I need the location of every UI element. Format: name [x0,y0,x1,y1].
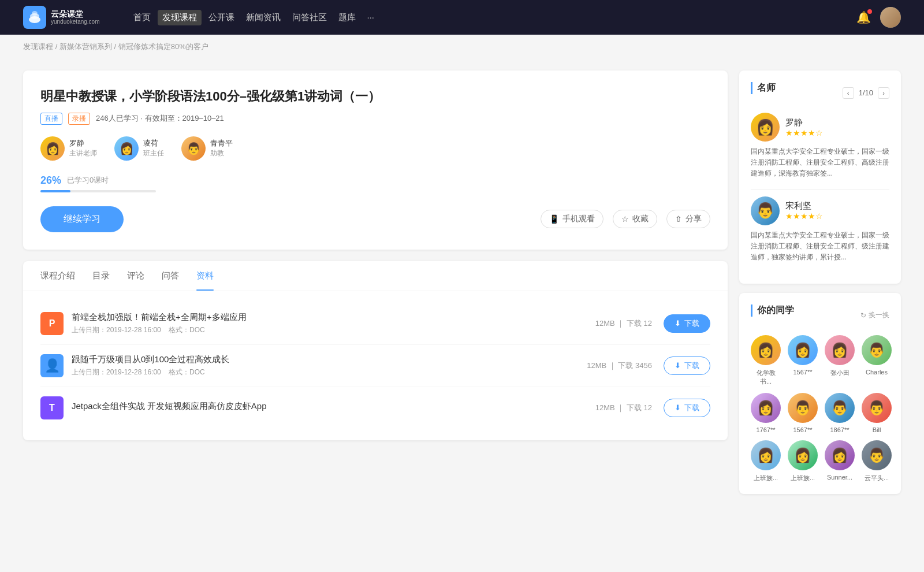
nav-more[interactable]: ··· [363,10,379,25]
nav-open[interactable]: 公开课 [204,10,239,25]
nav-home[interactable]: 首页 [129,10,155,25]
progress-pct: 26% [40,174,61,187]
breadcrumb-item-1[interactable]: 发现课程 [23,42,53,51]
file-icon-2: 👤 [40,354,64,377]
student-6: 👨 1567** [788,393,818,433]
student-1: 👩 化学教书... [751,335,781,386]
download-button-1[interactable]: ⬇ 下载 [664,314,710,333]
student-2-name: 1567** [793,369,812,376]
course-meta-text: 246人已学习 · 有效期至：2019–10–21 [96,113,224,124]
famous-teacher-1-name: 罗静 [785,117,823,128]
next-page-button[interactable]: › [878,87,889,99]
student-5-avatar: 👩 [751,393,781,423]
refresh-icon: ↻ [860,311,866,320]
teacher-2-role: 班主任 [143,148,164,158]
famous-teacher-2-stars: ★★★★☆ [785,211,823,221]
tab-intro[interactable]: 课程介绍 [40,261,75,291]
teacher-2-name: 凌荷 [143,138,164,148]
teacher-3: 👨 青青平 助教 [181,136,233,161]
tab-qa[interactable]: 问答 [162,261,179,291]
action-buttons: 📱 手机观看 ☆ 收藏 ⇧ 分享 [541,210,710,228]
download-button-2[interactable]: ⬇ 下载 [664,356,710,375]
tab-resource[interactable]: 资料 [196,261,214,291]
student-12-name: 云平头... [865,474,889,482]
progress-bar-fill [40,190,70,192]
teacher-1-role: 主讲老师 [69,148,97,158]
student-6-name: 1567** [793,426,812,433]
share-button[interactable]: ⇧ 分享 [666,210,710,228]
student-1-name: 化学教书... [751,369,781,386]
collect-button[interactable]: ☆ 收藏 [613,210,657,228]
famous-teacher-1-avatar: 👩 [751,113,780,142]
famous-teacher-2-avatar: 👨 [751,196,780,225]
progress-time: 已学习0课时 [67,175,109,185]
famous-teacher-1-header: 👩 罗静 ★★★★☆ [751,113,889,142]
student-5: 👩 1767** [751,393,781,433]
student-6-avatar: 👨 [788,393,818,423]
progress-section: 26% 已学习0课时 [40,174,710,192]
student-4-avatar: 👨 [862,335,892,365]
student-7-name: 1867** [830,426,849,433]
student-12-avatar: 👨 [862,440,892,470]
student-2-avatar: 👩 [788,335,818,365]
breadcrumb-item-2[interactable]: 新媒体营销系列 [59,42,112,51]
famous-teacher-2: 👨 宋利坚 ★★★★☆ 国内某重点大学安全工程专业硕士，国家一级注册消防工程师、… [751,196,889,263]
tabs-card: 课程介绍 目录 评论 问答 资料 P 前端全栈加强版！前端全栈+全周期+多端应用… [23,261,728,440]
student-9-name: 上班族... [754,474,778,482]
student-10-name: 上班族... [791,474,815,482]
bell-icon[interactable]: 🔔 [856,10,871,24]
svg-point-2 [32,11,38,16]
breadcrumb-item-3[interactable]: 销冠修炼术搞定80%的客户 [118,42,208,51]
teacher-2-avatar: 👩 [114,136,139,161]
tabs-header: 课程介绍 目录 评论 问答 资料 [23,261,728,291]
student-8: 👨 Bill [862,393,892,433]
nav-exam[interactable]: 题库 [334,10,360,25]
content-area: 明星中教授课，小学阶段语法100分–强化级第1讲动词（一） 直播 录播 246人… [23,70,728,503]
user-avatar[interactable] [880,7,901,28]
logo[interactable]: 云朵课堂 yunduoketang.com [23,6,100,29]
page-info: 1/10 [859,88,873,97]
student-2: 👩 1567** [788,335,818,386]
famous-teachers-title: 名师 [751,82,776,94]
famous-teacher-1-desc: 国内某重点大学安全工程专业硕士，国家一级注册消防工程师、注册安全工程师、高级注册… [751,146,889,180]
student-7-avatar: 👨 [825,393,855,423]
nav-discover[interactable]: 发现课程 [158,10,202,25]
main-layout: 明星中教授课，小学阶段语法100分–强化级第1讲动词（一） 直播 录播 246人… [0,59,924,515]
teacher-1-avatar: 👩 [40,136,65,161]
student-3: 👩 张小田 [825,335,855,386]
mobile-icon: 📱 [549,214,559,224]
teacher-2-info: 凌荷 班主任 [143,138,164,158]
teacher-3-info: 青青平 助教 [210,138,233,158]
student-7: 👨 1867** [825,393,855,433]
tab-comment[interactable]: 评论 [127,261,144,291]
header: 云朵课堂 yunduoketang.com 首页 发现课程 公开课 新闻资讯 问… [0,0,924,35]
file-item-3: T Jetpack全组件实战 开发短视频应用高仿皮皮虾App 12MB ｜ 下载… [40,387,710,429]
file-stats-2: 12MB ｜ 下载 3456 [587,361,652,371]
file-icon-3: T [40,396,64,419]
file-stats-1: 12MB ｜ 下载 12 [595,318,652,329]
prev-page-button[interactable]: ‹ [843,87,854,99]
breadcrumb: 发现课程 / 新媒体营销系列 / 销冠修炼术搞定80%的客户 [0,35,924,59]
mobile-watch-button[interactable]: 📱 手机观看 [541,210,603,228]
download-button-3[interactable]: ⬇ 下载 [664,399,710,417]
nav-qa[interactable]: 问答社区 [288,10,331,25]
teacher-3-name: 青青平 [210,138,233,148]
continue-study-button[interactable]: 继续学习 [40,206,124,232]
tabs-body: P 前端全栈加强版！前端全栈+全周期+多端应用 上传日期：2019-12-28 … [23,291,728,440]
file-item-1: P 前端全栈加强版！前端全栈+全周期+多端应用 上传日期：2019-12-28 … [40,303,710,345]
famous-teacher-2-info: 宋利坚 ★★★★☆ [785,200,823,221]
header-right: 🔔 [856,7,901,28]
tab-catalog[interactable]: 目录 [92,261,110,291]
logo-icon [23,6,46,29]
refresh-button[interactable]: ↻ 换一换 [860,310,889,320]
student-3-name: 张小田 [830,369,850,377]
student-1-avatar: 👩 [751,335,781,365]
file-name-2: 跟随千万级项目从0到100全过程高效成长 [72,354,587,365]
famous-teachers-card: 名师 ‹ 1/10 › 👩 罗静 ★★★★☆ [739,70,901,284]
student-11-avatar: 👩 [825,440,855,470]
student-10-avatar: 👩 [788,440,818,470]
teacher-3-avatar: 👨 [181,136,206,161]
nav-news[interactable]: 新闻资讯 [241,10,285,25]
student-4: 👨 Charles [862,335,892,386]
famous-teacher-2-name: 宋利坚 [785,200,823,211]
